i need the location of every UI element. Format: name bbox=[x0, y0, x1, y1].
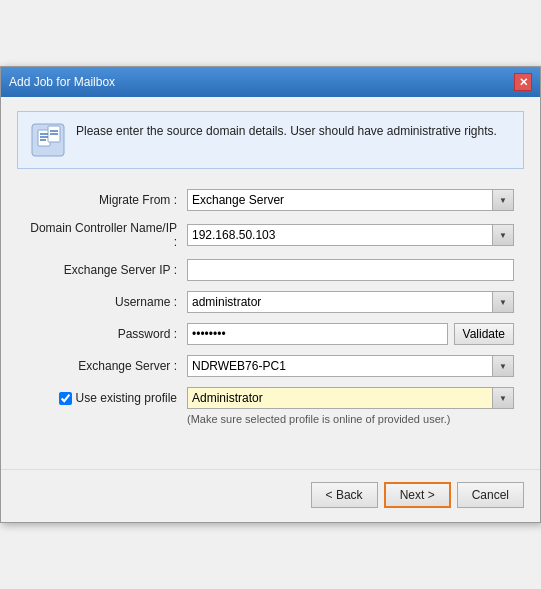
window-title: Add Job for Mailbox bbox=[9, 75, 115, 89]
info-text: Please enter the source domain details. … bbox=[76, 122, 497, 140]
next-button[interactable]: Next > bbox=[384, 482, 451, 508]
info-icon bbox=[30, 122, 66, 158]
exchange-ip-row: Exchange Server IP : bbox=[27, 259, 514, 281]
back-button[interactable]: < Back bbox=[311, 482, 378, 508]
checkbox-label-area: Use existing profile bbox=[27, 391, 187, 405]
title-bar: Add Job for Mailbox ✕ bbox=[1, 67, 540, 97]
use-existing-profile-row: Use existing profile Administrator ▼ bbox=[27, 387, 514, 409]
exchange-server-select[interactable]: NDRWEB76-PC1 bbox=[187, 355, 514, 377]
domain-controller-row: Domain Controller Name/IP : 192.168.50.1… bbox=[27, 221, 514, 249]
exchange-server-row: Exchange Server : NDRWEB76-PC1 ▼ bbox=[27, 355, 514, 377]
password-input[interactable] bbox=[187, 323, 448, 345]
validate-button[interactable]: Validate bbox=[454, 323, 514, 345]
exchange-ip-label: Exchange Server IP : bbox=[27, 263, 187, 277]
exchange-ip-control bbox=[187, 259, 514, 281]
exchange-server-control: NDRWEB76-PC1 ▼ bbox=[187, 355, 514, 377]
domain-controller-control: 192.168.50.103 ▼ bbox=[187, 224, 514, 246]
form-section: Migrate From : Exchange Server ▼ Domain … bbox=[17, 189, 524, 425]
domain-controller-select-wrapper: 192.168.50.103 ▼ bbox=[187, 224, 514, 246]
username-select-wrapper: administrator ▼ bbox=[187, 291, 514, 313]
username-select[interactable]: administrator bbox=[187, 291, 514, 313]
cancel-button[interactable]: Cancel bbox=[457, 482, 524, 508]
domain-controller-select[interactable]: 192.168.50.103 bbox=[187, 224, 514, 246]
domain-controller-label: Domain Controller Name/IP : bbox=[27, 221, 187, 249]
password-control: Validate bbox=[187, 323, 514, 345]
profile-note: (Make sure selected profile is online of… bbox=[187, 413, 514, 425]
use-existing-profile-label[interactable]: Use existing profile bbox=[59, 391, 177, 405]
exchange-server-select-wrapper: NDRWEB76-PC1 ▼ bbox=[187, 355, 514, 377]
password-label: Password : bbox=[27, 327, 187, 341]
profile-control: Administrator ▼ bbox=[187, 387, 514, 409]
exchange-server-label: Exchange Server : bbox=[27, 359, 187, 373]
profile-select[interactable]: Administrator bbox=[187, 387, 514, 409]
migrate-from-row: Migrate From : Exchange Server ▼ bbox=[27, 189, 514, 211]
main-window: Add Job for Mailbox ✕ Please enter the s… bbox=[0, 66, 541, 523]
content-area: Please enter the source domain details. … bbox=[1, 97, 540, 439]
migrate-from-label: Migrate From : bbox=[27, 193, 187, 207]
use-existing-profile-checkbox[interactable] bbox=[59, 392, 72, 405]
migrate-from-select[interactable]: Exchange Server bbox=[187, 189, 514, 211]
footer: < Back Next > Cancel bbox=[1, 469, 540, 522]
username-control: administrator ▼ bbox=[187, 291, 514, 313]
migrate-from-control: Exchange Server ▼ bbox=[187, 189, 514, 211]
close-button[interactable]: ✕ bbox=[514, 73, 532, 91]
migrate-from-select-wrapper: Exchange Server ▼ bbox=[187, 189, 514, 211]
username-row: Username : administrator ▼ bbox=[27, 291, 514, 313]
username-label: Username : bbox=[27, 295, 187, 309]
password-row: Password : Validate bbox=[27, 323, 514, 345]
info-box: Please enter the source domain details. … bbox=[17, 111, 524, 169]
exchange-ip-input[interactable] bbox=[187, 259, 514, 281]
profile-select-wrapper: Administrator ▼ bbox=[187, 387, 514, 409]
